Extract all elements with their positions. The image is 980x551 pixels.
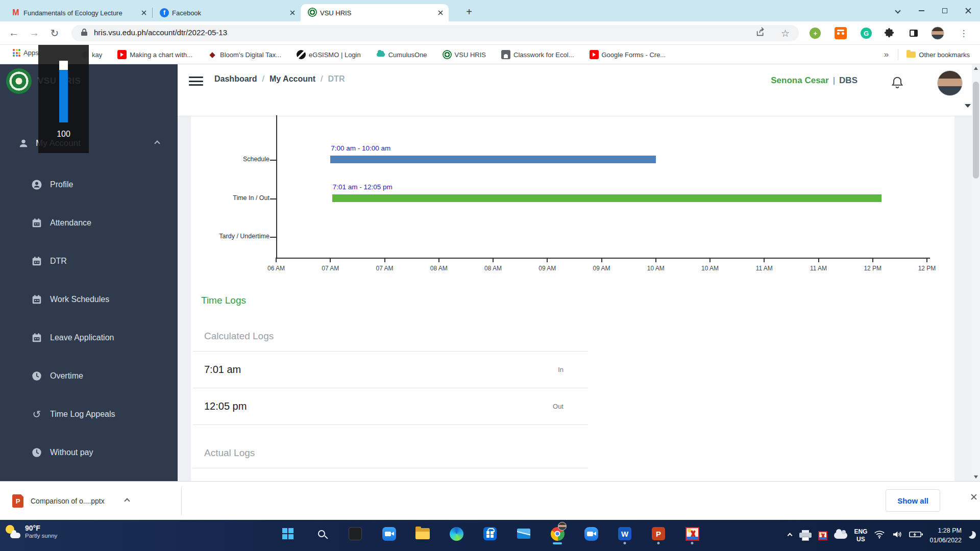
scrollbar-thumb[interactable] — [973, 82, 979, 179]
download-item[interactable]: P Comparison of o....pptx — [12, 489, 129, 513]
extensions-puzzle-icon[interactable] — [881, 25, 897, 41]
taskbar-app-task-view[interactable] — [345, 522, 365, 545]
chart-x-tick-label: 09 AM — [529, 265, 565, 272]
tab-close-icon[interactable] — [290, 10, 295, 15]
taskbar-app-chrome[interactable] — [547, 522, 568, 545]
reload-button[interactable]: ↻ — [46, 24, 63, 42]
extension-incognito-icon[interactable] — [832, 25, 849, 41]
breadcrumb-item-my-account[interactable]: My Account — [270, 74, 315, 84]
running-app-indicator — [657, 542, 660, 544]
battery-charging-icon[interactable] — [909, 531, 923, 540]
tab-search-button[interactable] — [886, 0, 910, 21]
browser-tab-active[interactable]: VSU HRIS — [301, 4, 449, 21]
tab-close-icon[interactable] — [141, 10, 146, 15]
maximize-button[interactable] — [933, 0, 957, 21]
bookmark-item[interactable]: ◆Bloom's Digital Tax... — [208, 50, 281, 59]
menu-hamburger-button[interactable] — [189, 76, 203, 87]
osd-slider-thumb[interactable] — [59, 61, 68, 70]
minimize-button[interactable] — [910, 0, 933, 21]
printer-icon[interactable] — [799, 530, 812, 541]
browser-tab[interactable]: MFundamentals of Ecology Lecture — [4, 4, 152, 21]
forward-button[interactable]: → — [26, 24, 43, 42]
vsu-favicon-icon — [443, 50, 452, 59]
taskbar-app-video-app[interactable] — [379, 522, 399, 545]
sidebar-item-overtime[interactable]: Overtime — [0, 357, 178, 395]
running-app-indicator — [624, 542, 626, 544]
volume-icon[interactable] — [892, 530, 902, 541]
language-indicator[interactable]: ENG US — [854, 528, 867, 543]
bookmark-star-icon[interactable]: ☆ — [781, 28, 790, 39]
taskbar-app-store[interactable] — [480, 522, 500, 545]
volume-osd-overlay: 100 — [38, 45, 89, 153]
bookmark-item[interactable]: Google Forms - Cre... — [590, 50, 666, 59]
profile-avatar[interactable] — [929, 25, 946, 41]
scroll-down-arrow[interactable] — [974, 475, 978, 479]
sidebar-item-my-account[interactable]: My Account — [0, 131, 178, 156]
browser-tab[interactable]: fFacebook — [153, 4, 301, 21]
taskbar-app-zoom[interactable] — [581, 522, 601, 545]
taskbar-app-start[interactable] — [278, 522, 298, 545]
bookmark-item[interactable]: eGSISMO | Login — [297, 50, 361, 59]
weather-condition: Partly sunny — [25, 533, 57, 540]
sidebar-item-time-log-appeals[interactable]: ↺Time Log Appeals — [0, 395, 178, 433]
gmail-favicon-icon: M — [11, 8, 20, 17]
tray-overflow-chevron-icon[interactable] — [788, 533, 793, 538]
breadcrumb-item-dashboard[interactable]: Dashboard — [214, 74, 257, 84]
onedrive-icon[interactable] — [834, 532, 847, 539]
url-text[interactable]: hris.vsu.edu.ph/account/dtr/2022-05-13 — [94, 28, 227, 37]
back-button[interactable]: ← — [5, 24, 22, 42]
taskbar-app-file-explorer[interactable] — [412, 522, 433, 545]
side-panel-icon[interactable] — [905, 25, 922, 41]
sidebar-item-profile[interactable]: Profile — [0, 165, 178, 204]
browser-menu-kebab[interactable]: ⋮ — [955, 25, 972, 41]
osd-slider-fill — [59, 70, 68, 122]
taskbar-app-edge[interactable] — [446, 522, 467, 545]
pptx-file-icon: P — [12, 494, 23, 508]
weather-widget[interactable]: 90°F Partly sunny — [5, 524, 57, 540]
calendar-icon — [31, 217, 43, 229]
new-tab-button[interactable]: + — [462, 5, 476, 19]
running-app-indicator — [691, 542, 694, 544]
osd-slider[interactable] — [59, 61, 68, 122]
sidebar-item-without-pay[interactable]: Without pay — [0, 433, 178, 471]
bookmark-item[interactable]: CumulusOne — [376, 50, 427, 59]
bookmark-label: Making a chart with... — [130, 51, 192, 59]
user-avatar[interactable] — [937, 70, 963, 96]
bookmark-item[interactable]: Making a chart with... — [117, 50, 192, 59]
chart-x-tick-label: 10 AM — [692, 265, 728, 272]
scroll-up-arrow[interactable] — [974, 67, 978, 70]
bookmarks-overflow-chevron[interactable]: » — [884, 49, 889, 60]
address-bar[interactable]: hris.vsu.edu.ph/account/dtr/2022-05-13 ☆ — [71, 25, 799, 41]
close-window-button[interactable] — [957, 0, 980, 21]
apps-shortcut[interactable]: Apps — [13, 49, 39, 57]
sidebar-item-attendance[interactable]: Attendance — [0, 204, 178, 242]
bookmark-item[interactable]: VSU HRIS — [443, 50, 486, 59]
taskbar-app-search[interactable] — [311, 522, 332, 545]
bookmark-label: Bloom's Digital Tax... — [220, 51, 281, 59]
taskbar-clock[interactable]: 1:28 PM 01/06/2022 — [929, 526, 962, 545]
sidebar-item-leave-application[interactable]: Leave Application — [0, 318, 178, 357]
sidebar-item-dtr[interactable]: DTR — [0, 242, 178, 280]
avatar-caret-down-icon[interactable] — [965, 104, 971, 108]
breadcrumb-item-dtr[interactable]: DTR — [328, 74, 345, 84]
other-bookmarks-button[interactable]: Other bookmarks — [906, 51, 970, 59]
taskbar-app-mail[interactable] — [513, 522, 534, 545]
taskbar-app-powerpoint[interactable]: P — [648, 522, 669, 545]
sidebar-item-work-schedules[interactable]: Work Schedules — [0, 280, 178, 318]
notifications-bell-icon[interactable] — [890, 74, 904, 90]
extension-security-icon[interactable]: + — [807, 25, 823, 41]
focus-assist-moon-icon[interactable] — [968, 531, 977, 540]
bookmark-item[interactable]: Classwork for Ecol... — [501, 50, 574, 59]
extension-grammarly-icon[interactable]: G — [858, 25, 874, 41]
taskbar-app-typing-app[interactable] — [682, 522, 702, 545]
history-icon: ↺ — [31, 408, 43, 420]
tab-close-icon[interactable] — [438, 10, 443, 15]
taskbar-app-word[interactable]: W — [615, 522, 635, 545]
show-all-button[interactable]: Show all — [886, 489, 940, 512]
share-icon[interactable] — [755, 27, 767, 40]
wifi-icon[interactable] — [874, 530, 885, 541]
taskbar-chrome-avatar-badge — [558, 522, 567, 531]
typing-app-tray-icon[interactable] — [818, 531, 827, 540]
download-chevron-up-icon[interactable] — [124, 498, 130, 504]
vertical-scrollbar[interactable] — [972, 64, 980, 481]
